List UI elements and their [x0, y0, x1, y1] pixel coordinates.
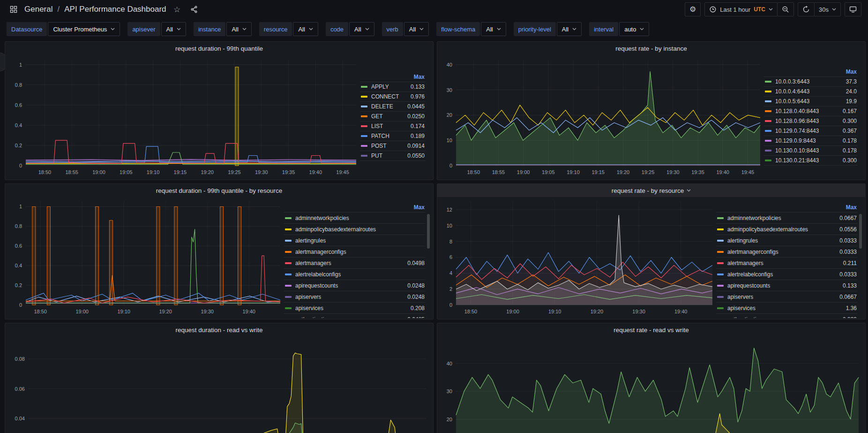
zoom-out-time-button[interactable] [777, 2, 794, 16]
svg-text:40: 40 [447, 62, 452, 68]
legend-item[interactable]: POST0.0914 [360, 141, 426, 151]
legend-item[interactable]: 10.130.0.21:84430.300 [764, 156, 858, 166]
legend-item[interactable]: apirequestcounts0.0248 [284, 280, 426, 291]
legend-item[interactable]: CONNECT0.976 [360, 92, 426, 102]
legend-max-header[interactable]: Max [716, 203, 858, 213]
legend-item[interactable]: apirequestcounts0.133 [716, 280, 858, 291]
legend-item[interactable]: alertrelabelconfigs0.0333 [716, 269, 858, 280]
svg-text:0.6: 0.6 [15, 243, 22, 249]
timeseries-chart[interactable]: 02468101218:5019:0019:1019:2019:3019:40 [439, 197, 716, 317]
svg-text:30: 30 [447, 388, 452, 394]
legend-item[interactable]: 10.0.0.5:644319.9 [764, 97, 858, 106]
legend-item[interactable]: alertrelabelconfigs [284, 269, 426, 280]
filter-value-dropdown[interactable]: All [226, 22, 251, 36]
panel-menu-chevron-icon[interactable] [687, 189, 691, 192]
svg-text:2: 2 [449, 286, 452, 292]
filter-label[interactable]: instance [194, 22, 225, 36]
legend-item[interactable]: adminpolicybasedexternalroutes0.0556 [716, 224, 858, 235]
series-color-swatch [361, 106, 367, 107]
legend-item[interactable]: apiservices0.208 [284, 303, 426, 314]
legend-item[interactable]: apiservers0.0248 [284, 291, 426, 303]
svg-text:19:40: 19:40 [242, 309, 255, 314]
legend-scrollbar[interactable] [859, 214, 862, 249]
dashboards-grid-icon[interactable] [7, 3, 20, 15]
legend-item[interactable]: 10.130.0.10:84430.178 [764, 146, 858, 156]
filter-label[interactable]: apisever [127, 22, 160, 36]
series-name: alertmanagerconfigs [295, 249, 346, 255]
series-name: alertrelabelconfigs [727, 271, 773, 278]
share-icon[interactable] [188, 3, 200, 15]
legend-item[interactable]: 10.0.0.3:644337.3 [764, 77, 858, 87]
legend-item[interactable]: authentications0.333 [716, 314, 858, 318]
dashboard-settings-button[interactable]: ⚙ [685, 2, 701, 16]
filter-label[interactable]: verb [382, 22, 403, 36]
panel-header[interactable]: request duration - 99th quantile [5, 42, 433, 55]
filter-label[interactable]: code [326, 22, 348, 36]
refresh-button[interactable] [798, 2, 815, 16]
legend-item[interactable]: LIST0.174 [360, 122, 426, 131]
filter-label[interactable]: priority-level [514, 22, 556, 36]
legend-item[interactable]: 10.129.0.74:84430.367 [764, 126, 858, 136]
filter-value-dropdown[interactable]: auto [619, 22, 649, 36]
svg-text:0.06: 0.06 [15, 386, 25, 392]
legend-item[interactable]: alertmanagers0.0498 [284, 258, 426, 269]
filter-value-dropdown[interactable]: All [557, 22, 582, 36]
timeseries-chart[interactable]: 00.20.40.60.8118:5019:0019:1019:2019:301… [7, 197, 284, 317]
timeseries-chart[interactable]: 0.020.040.060.08 [7, 336, 430, 433]
legend-item[interactable]: APPLY0.133 [360, 82, 426, 92]
filter-value-dropdown[interactable]: All [161, 22, 186, 36]
legend-item[interactable]: PUT0.0550 [360, 151, 426, 161]
panel-header[interactable]: request duration - read vs write [5, 323, 433, 336]
legend-item[interactable]: apiservers0.0667 [716, 291, 858, 303]
legend-item[interactable]: alertmanagers0.211 [716, 258, 858, 269]
legend-item[interactable]: alertmanagerconfigs [284, 246, 426, 258]
legend-item[interactable]: adminpolicybasedexternalroutes [284, 224, 426, 235]
series-color-swatch [361, 115, 367, 117]
legend-item[interactable]: GET0.0250 [360, 112, 426, 122]
series-max-value: 0.367 [843, 128, 857, 134]
legend-item[interactable]: DELETE0.0445 [360, 102, 426, 112]
legend-item[interactable]: 10.128.0.96:84430.300 [764, 116, 858, 126]
breadcrumb-section[interactable]: General [24, 5, 52, 14]
filter-value-dropdown[interactable]: All [293, 22, 318, 36]
page-title[interactable]: API Performance Dashboard [64, 5, 166, 14]
filter-label[interactable]: Datasource [7, 22, 47, 36]
timeseries-chart[interactable]: 00.20.40.60.8118:5018:5519:0019:0519:101… [7, 55, 360, 178]
panel-header[interactable]: request duration - 99th quantile - by re… [5, 184, 433, 197]
legend-item[interactable]: PATCH0.189 [360, 131, 426, 141]
panel-header[interactable]: request rate - by instance [437, 42, 865, 55]
legend-item[interactable]: adminnetworkpolicies0.0667 [716, 213, 858, 224]
legend-max-header[interactable]: Max [284, 203, 426, 213]
series-max-value: 0.178 [843, 147, 857, 154]
filter-label[interactable]: interval [589, 22, 618, 36]
legend-item[interactable]: 10.128.0.40:84430.167 [764, 106, 858, 116]
filter-value-dropdown[interactable]: All [404, 22, 429, 36]
legend-item[interactable]: apiservices1.36 [716, 303, 858, 314]
filter-value-dropdown[interactable]: All [481, 22, 506, 36]
timeseries-chart[interactable]: 10203040 [439, 336, 862, 433]
legend-item[interactable]: alertmanagerconfigs0.0333 [716, 246, 858, 258]
legend-item[interactable]: adminnetworkpolicies [284, 213, 426, 224]
legend-item[interactable]: authentications0.0485 [284, 314, 426, 318]
legend-max-header[interactable]: Max [360, 72, 426, 82]
legend-item[interactable]: 10.0.0.4:644324.0 [764, 87, 858, 97]
star-icon[interactable]: ☆ [171, 3, 183, 15]
timeseries-chart[interactable]: 01020304018:5018:5519:0019:0519:1019:151… [439, 55, 764, 178]
legend-scrollbar[interactable] [427, 214, 430, 249]
svg-text:19:20: 19:20 [591, 309, 604, 314]
legend-item[interactable]: alertingrules [284, 235, 426, 246]
legend-item[interactable]: 10.129.0.9:84430.178 [764, 136, 858, 146]
filter-label[interactable]: flow-schema [436, 22, 480, 36]
filter-label[interactable]: resource [259, 22, 292, 36]
legend-max-header[interactable]: Max [764, 67, 858, 77]
panel-header[interactable]: request rate - read vs write [437, 323, 865, 336]
refresh-interval-dropdown[interactable]: 30s [814, 2, 841, 16]
series-name: authentications [295, 316, 333, 319]
filter-value-dropdown[interactable]: Cluster Prometheus [48, 22, 120, 36]
filter-value-dropdown[interactable]: All [349, 22, 374, 36]
panel-header[interactable]: request rate - by resource [437, 184, 865, 197]
clock-icon [709, 6, 717, 13]
time-range-picker[interactable]: Last 1 hour UTC [704, 2, 778, 16]
legend-item[interactable]: alertingrules0.0333 [716, 235, 858, 246]
tv-mode-button[interactable] [845, 2, 861, 16]
